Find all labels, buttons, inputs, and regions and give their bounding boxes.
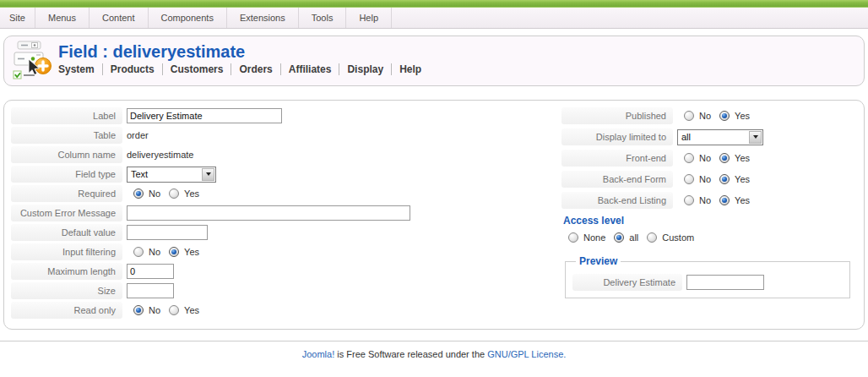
footer: Joomla! is Free Software released under … [0,341,868,359]
maximum-length-input[interactable] [127,264,174,279]
access-level-radios: None all Custom [568,232,857,243]
row-display-limited-to: Display limited to all [561,128,857,145]
row-table: Table order [11,127,561,144]
tab-help[interactable]: Help [392,63,429,75]
custom-error-message-input[interactable] [127,205,410,221]
access-level-custom-label: Custom [662,232,694,243]
column-name-cell: Column name [11,146,122,163]
input-filtering-yes-radio[interactable] [169,247,179,257]
menu-item-content[interactable]: Content [90,8,149,28]
read-only-no-radio[interactable] [133,305,144,315]
published-no-radio[interactable] [684,111,694,121]
default-value-cell: Default value [11,224,122,241]
input-filtering-no-radio[interactable] [133,247,144,257]
field-type-cell: Field type [11,166,122,183]
menu-item-tools[interactable]: Tools [299,8,347,28]
published-no-label: No [699,111,711,121]
access-level-heading: Access level [563,215,857,227]
size-input[interactable] [127,283,174,298]
back-end-form-yes-radio[interactable] [719,174,730,184]
published-cell: Published [561,107,673,124]
back-end-form-no-radio[interactable] [684,174,694,184]
column-name-value: deliveryestimate [127,150,193,160]
row-published: Published No Yes [561,107,857,124]
menu-item-menus[interactable]: Menus [35,8,90,28]
maximum-length-cell: Maximum length [11,263,122,280]
row-front-end: Front-end No Yes [561,150,857,167]
preview-fieldset: Preview Delivery Estimate [565,255,850,298]
row-required: Required No Yes [11,185,561,202]
row-back-end-form: Back-end Form No Yes [561,171,857,188]
tab-system[interactable]: System [58,63,103,75]
row-maximum-length: Maximum length [11,263,561,280]
field-edit-form: Label Table order Column name deliveryes… [3,100,865,330]
input-filtering-cell: Input filtering [11,243,122,260]
required-yes-radio[interactable] [169,188,179,199]
menu-item-components[interactable]: Components [149,8,227,28]
dropdown-arrow-icon [749,131,762,144]
front-end-no-radio[interactable] [684,153,694,163]
page-title: Field : deliveryestimate [58,42,864,61]
access-level-none-radio[interactable] [568,232,578,243]
tab-affiliates[interactable]: Affiliates [281,63,340,75]
back-end-listing-yes-radio[interactable] [719,195,730,205]
row-field-type: Field type Text [11,166,561,183]
tab-orders[interactable]: Orders [231,63,280,75]
back-end-listing-no-label: No [699,195,711,205]
display-limited-to-cell: Display limited to [561,128,673,145]
access-level-all-radio[interactable] [614,232,624,243]
menu-item-extensions[interactable]: Extensions [227,8,299,28]
default-value-input[interactable] [127,225,208,240]
required-no-radio[interactable] [133,188,144,199]
dropdown-arrow-icon [202,168,214,181]
published-yes-radio[interactable] [719,111,730,121]
access-level-none-label: None [583,232,605,243]
joomla-link[interactable]: Joomla! [302,349,335,359]
row-column-name: Column name deliveryestimate [11,146,561,163]
preview-field-input[interactable] [686,275,764,290]
label-input[interactable] [127,108,282,123]
display-limited-to-selected: all [679,131,749,144]
required-no-label: No [149,188,160,199]
row-label: Label [11,107,561,124]
row-default-value: Default value [11,224,561,241]
front-end-no-label: No [699,153,711,163]
back-end-form-yes-label: Yes [735,174,750,184]
row-read-only: Read only No Yes [11,302,561,319]
form-left-column: Label Table order Column name deliveryes… [11,107,561,322]
main-menubar: Site Menus Content Components Extensions… [0,8,868,29]
required-cell: Required [11,185,122,202]
front-end-yes-label: Yes [735,153,750,163]
read-only-yes-radio[interactable] [169,305,179,315]
access-level-custom-radio[interactable] [647,232,657,243]
page-header: Field : deliveryestimate System Products… [3,36,865,86]
tab-customers[interactable]: Customers [163,63,232,75]
tab-display[interactable]: Display [339,63,392,75]
label-cell: Label [11,107,122,124]
gnu-gpl-license-link[interactable]: GNU/GPL License. [487,349,566,359]
back-end-listing-no-radio[interactable] [684,195,694,205]
menu-item-site[interactable]: Site [0,8,35,28]
read-only-cell: Read only [11,302,122,319]
back-end-form-no-label: No [699,174,711,184]
read-only-yes-label: Yes [184,305,199,315]
field-type-selected: Text [128,168,202,181]
row-custom-error-message: Custom Error Message [11,205,561,221]
back-end-form-cell: Back-end Form [561,171,673,188]
input-filtering-no-label: No [149,247,160,257]
required-yes-label: Yes [184,188,199,199]
front-end-yes-radio[interactable] [719,153,730,163]
size-cell: Size [11,282,122,299]
field-type-select[interactable]: Text [127,167,216,183]
custom-error-message-cell: Custom Error Message [11,205,122,221]
component-tabs: System Products Customers Orders Affilia… [58,63,864,75]
menu-item-help[interactable]: Help [346,8,392,28]
row-preview-field: Delivery Estimate [572,274,843,291]
input-filtering-yes-label: Yes [184,247,199,257]
tab-products[interactable]: Products [103,63,163,75]
front-end-cell: Front-end [561,150,673,167]
read-only-no-label: No [149,305,160,315]
row-back-end-listing: Back-end Listing No Yes [561,192,857,209]
display-limited-to-select[interactable]: all [677,129,763,145]
back-end-listing-yes-label: Yes [735,195,750,205]
